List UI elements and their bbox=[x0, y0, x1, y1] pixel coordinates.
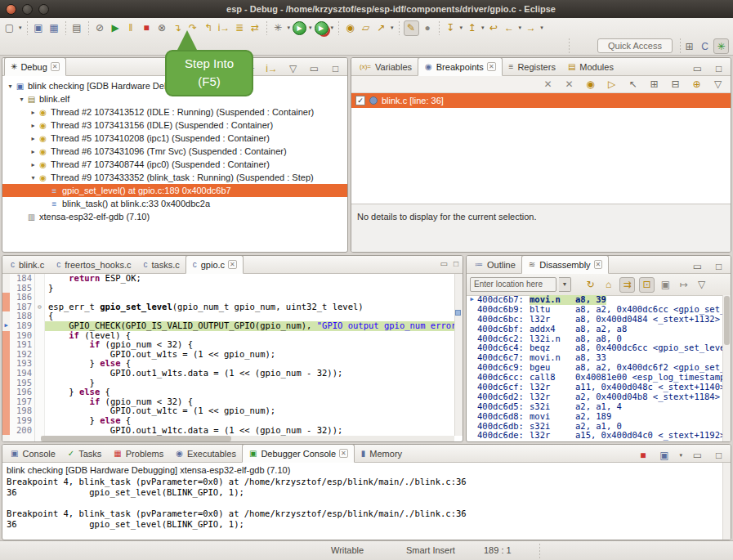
tab-memory[interactable]: ▮Memory bbox=[355, 445, 408, 462]
window-maximize-button[interactable] bbox=[38, 4, 49, 15]
source-code-area[interactable]: return ESP_OK;} esp_err_t gpio_set_level… bbox=[45, 274, 463, 441]
view-menu-button[interactable]: ▽ bbox=[695, 278, 708, 292]
suspend-button[interactable]: ‖ bbox=[124, 21, 138, 35]
code-line-184[interactable]: return ESP_OK; bbox=[48, 274, 463, 284]
build-binary-button[interactable]: ▤ bbox=[70, 21, 84, 35]
tab-executables[interactable]: ◉Executables bbox=[169, 445, 242, 462]
resume-button[interactable]: ▶ bbox=[109, 21, 123, 35]
back-button-dropdown[interactable]: ▾ bbox=[519, 25, 522, 31]
expander-icon[interactable]: ▸ bbox=[29, 135, 38, 142]
terminate-console-button[interactable]: ■ bbox=[636, 448, 650, 462]
disassembly-line[interactable]: mov.na14, a11 bbox=[467, 441, 731, 441]
tab-gpio-c[interactable]: cgpio.c✕ bbox=[185, 255, 244, 274]
disassembly-line[interactable]: 400dc6bc:l32ra8, 0x400d0484 <_stext+1132… bbox=[467, 315, 731, 325]
disassembly-line[interactable]: 400dc6bf:addx4a8, a2, a8 bbox=[467, 325, 731, 334]
tab-console[interactable]: ▣Console bbox=[4, 445, 61, 462]
overview-ruler[interactable] bbox=[454, 274, 463, 436]
new-wizard-button[interactable]: ▢ bbox=[2, 21, 16, 35]
expander-icon[interactable]: ▾ bbox=[17, 96, 26, 103]
forward-button[interactable]: → bbox=[524, 21, 538, 35]
back-button[interactable]: ← bbox=[503, 21, 516, 35]
thread-node[interactable]: ▸◉Thread #7 1073408744 (ipc0) (Suspended… bbox=[2, 158, 347, 171]
expand-all-button[interactable]: ⊞ bbox=[647, 78, 661, 92]
thread-node[interactable]: ▾◉Thread #9 1073433352 (blink_task : Run… bbox=[2, 171, 347, 184]
thread-node[interactable]: ▸◉Thread #3 1073413156 (IDLE) (Suspended… bbox=[2, 119, 347, 132]
tab-problems[interactable]: ▦Problems bbox=[107, 445, 169, 462]
expander-icon[interactable]: ▸ bbox=[29, 161, 38, 168]
code-line-194[interactable]: GPIO.out1_w1ts.data = (1 << (gpio_num - … bbox=[48, 369, 463, 379]
collapse-all-button[interactable]: ⊟ bbox=[668, 78, 682, 92]
disassembly-listing[interactable]: ▶400dc6b7:movi.na8, 39400dc6b9:bltua8, a… bbox=[467, 295, 731, 441]
tab-disassembly[interactable]: ≋Disassembly✕ bbox=[521, 255, 609, 274]
minimize-button[interactable]: ▭ bbox=[691, 259, 704, 273]
next-annotation-button[interactable]: ↧ bbox=[444, 21, 458, 35]
previous-annotation-button[interactable]: ↥ bbox=[465, 21, 479, 35]
editor-horizontal-scrollbar[interactable] bbox=[41, 436, 454, 441]
quick-access-box[interactable]: Quick Access bbox=[597, 38, 673, 53]
code-line-200[interactable]: GPIO.out1_w1tc.data = (1 << (gpio_num - … bbox=[48, 426, 463, 436]
tab-tasks-c[interactable]: ctasks.c bbox=[137, 256, 185, 273]
maximize-button[interactable]: □ bbox=[712, 259, 726, 273]
toggle-annotations-button[interactable]: ● bbox=[421, 21, 435, 35]
instruction-stepping-button[interactable]: i→ bbox=[217, 21, 231, 35]
stack-frame-node[interactable]: ≡blink_task() at blink.c:33 0x400dbc2a bbox=[2, 197, 347, 210]
disassembly-line[interactable]: 400dc6d2:l32ra2, 0x400d04b8 <_stext+1184… bbox=[467, 392, 731, 402]
open-resource-button[interactable]: ◉ bbox=[343, 21, 357, 35]
show-source-button[interactable]: ⊡ bbox=[639, 277, 655, 293]
code-line-195[interactable]: } bbox=[48, 379, 463, 388]
breakpoint-checkbox[interactable]: ✓ bbox=[355, 96, 365, 105]
minimize-button[interactable]: ▭ bbox=[691, 448, 704, 462]
debug-perspective-button[interactable]: ✳ bbox=[713, 38, 729, 54]
expander-icon[interactable]: ▸ bbox=[29, 148, 38, 155]
remove-all-breakpoints-button[interactable]: ✕ bbox=[562, 78, 576, 92]
expander-icon[interactable]: ▸ bbox=[29, 122, 38, 129]
external-tools-button-dropdown[interactable]: ▾ bbox=[331, 25, 334, 31]
display-selected-console-button-dropdown[interactable]: ▾ bbox=[679, 452, 682, 459]
copy-button[interactable]: ▣ bbox=[659, 278, 673, 292]
thread-node[interactable]: ▸◉Thread #5 1073410208 (ipc1) (Suspended… bbox=[2, 132, 347, 145]
stack-frame-node[interactable]: ≡gpio_set_level() at gpio.c:189 0x400dc6… bbox=[2, 184, 347, 197]
folding-ruler[interactable]: ⊖ bbox=[35, 274, 45, 441]
next-annotation-button-dropdown[interactable]: ▾ bbox=[460, 25, 463, 31]
export-button[interactable]: ↦ bbox=[677, 278, 691, 292]
step-return-button[interactable]: ↰ bbox=[202, 21, 216, 35]
open-folder-button[interactable]: ▱ bbox=[359, 21, 373, 35]
mark-occurrences-button[interactable]: ✎ bbox=[404, 20, 419, 36]
new-wizard-button-dropdown[interactable]: ▾ bbox=[19, 25, 22, 31]
expander-icon[interactable]: ▾ bbox=[29, 174, 38, 181]
forward-button-dropdown[interactable]: ▾ bbox=[540, 25, 543, 31]
thread-node[interactable]: ▸◉Thread #6 1073431096 (Tmr Svc) (Suspen… bbox=[2, 145, 347, 158]
close-icon[interactable]: ✕ bbox=[228, 260, 237, 269]
link-with-debug-button[interactable]: ⊕ bbox=[690, 78, 704, 92]
launch-config-button[interactable]: ↗ bbox=[374, 21, 388, 35]
disconnect-button[interactable]: ⊗ bbox=[155, 21, 169, 35]
disassembly-line[interactable]: 400dc6d8:movia2, 189 bbox=[467, 412, 731, 422]
select-breakpoint-button[interactable]: ↖ bbox=[626, 78, 640, 92]
show-breakpoints-supported-button[interactable]: ◉ bbox=[583, 78, 597, 92]
maximize-button[interactable]: □ bbox=[329, 61, 342, 75]
code-line-187[interactable]: esp_err_t gpio_set_level(gpio_num_t gpio… bbox=[48, 302, 463, 312]
maximize-button[interactable]: □ bbox=[712, 61, 726, 75]
view-menu-button[interactable]: ▽ bbox=[711, 78, 725, 92]
disassembly-line[interactable]: 400dc6b9:bltua8, a2, 0x400dc6cc <gpio_se… bbox=[467, 305, 731, 315]
tab-modules[interactable]: ▤Modules bbox=[561, 58, 619, 75]
previous-annotation-button-dropdown[interactable]: ▾ bbox=[481, 25, 485, 31]
run-button-dropdown[interactable]: ▾ bbox=[309, 25, 312, 31]
terminate-button[interactable]: ■ bbox=[140, 21, 154, 35]
tab-freertos-hooks-c[interactable]: cfreertos_hooks.c bbox=[50, 256, 136, 273]
thread-node[interactable]: ▸◉Thread #2 1073413512 (IDLE : Running) … bbox=[2, 105, 347, 119]
save-button[interactable]: ▣ bbox=[32, 21, 46, 35]
minimize-button[interactable]: ▭ bbox=[691, 61, 704, 75]
code-editor[interactable]: ▶ 18418518618718818919019119219319419519… bbox=[2, 274, 463, 441]
tab-registers[interactable]: ≡Registers bbox=[503, 58, 561, 75]
location-dropdown-button[interactable]: ▼ bbox=[559, 277, 571, 292]
disassembly-line[interactable]: 400dc6d5:s32ia2, a1, 4 bbox=[467, 402, 731, 412]
window-minimize-button[interactable] bbox=[22, 4, 33, 15]
breakpoint-row[interactable]: ✓ blink.c [line: 36] bbox=[351, 93, 731, 108]
instruction-stepping-mode-button[interactable]: i→ bbox=[265, 61, 279, 75]
expander-icon[interactable]: ▾ bbox=[6, 83, 15, 90]
tab-debugger-console[interactable]: ▣Debugger Console✕ bbox=[242, 444, 355, 463]
close-icon[interactable]: ✕ bbox=[594, 260, 603, 269]
maximize-button[interactable]: □ bbox=[712, 448, 726, 462]
tab-debug[interactable]: ✳ Debug ✕ bbox=[4, 57, 66, 76]
